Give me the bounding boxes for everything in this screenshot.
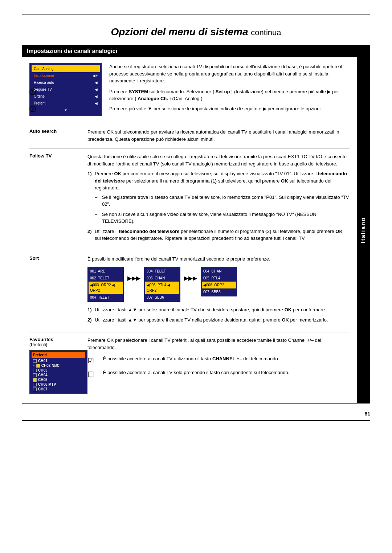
- auto-search-text: Premere OK sul telecomando per avviare l…: [87, 129, 339, 142]
- sort-col3-row3: ◀006 ORP2: [202, 282, 236, 288]
- sort-col2-row1: 004 TELET: [145, 268, 179, 275]
- sort-col2-row4: 007 SBB6: [145, 294, 179, 301]
- follow-tv-dash1: Se il registratore trova lo stesso canal…: [95, 194, 350, 208]
- sort-step2: 2) Utilizzare i tasti ▲▼ per spostare il…: [87, 316, 350, 324]
- sort-step1: 1) Utilizzare i tasti ▲▼ per selezionare…: [87, 306, 350, 314]
- menu-item-ricercaauto: Ricerca auto◀: [32, 79, 100, 86]
- fav-ch07-box: [33, 388, 37, 391]
- content-wrapper: Can. Analog Installazione◀+ Ricerca auto…: [22, 57, 370, 404]
- follow-tv-step2: 2) Utilizzare il telecomando del televis…: [87, 228, 350, 242]
- checkbox-checked-symbol: ☑: [87, 355, 96, 366]
- section-header: Impostazioni dei canali analogici: [22, 45, 370, 57]
- fav-ch01-label: CH01: [38, 359, 48, 363]
- sort-steps: 1) Utilizzare i tasti ▲▼ per selezionare…: [87, 306, 350, 323]
- intro-block: Can. Analog Installazione◀+ Ricerca auto…: [29, 63, 350, 119]
- menu-item-installazione: Installazione◀+: [32, 72, 100, 79]
- checkbox-unchecked-symbol: ☐: [87, 369, 96, 380]
- follow-tv-label: Follow TV: [29, 153, 87, 245]
- checkbox-row1: ☑ – È possibile accedere ai canali TV ut…: [87, 355, 350, 366]
- favourites-text: Premere OK per selezionare i canali TV p…: [87, 337, 350, 351]
- auto-search-row: Auto search Premere OK sul telecomando p…: [29, 124, 350, 143]
- sort-col1-row1: 001 ARD: [89, 268, 123, 275]
- sort-col3-row2: 005 RTL4: [202, 275, 236, 282]
- fav-ch01-box: [33, 359, 37, 363]
- fav-ch02-dot: ●: [33, 364, 35, 367]
- auto-search-label: Auto search: [29, 128, 87, 143]
- fav-ch04: CH04: [32, 373, 85, 377]
- page-title: Opzioni del menu di sistema continua: [22, 26, 370, 38]
- sort-label: Sort: [29, 255, 87, 327]
- favourites-label: Favourites (Preferiti) Preferiti CH01 ● …: [29, 337, 87, 394]
- favourites-row: Favourites (Preferiti) Preferiti CH01 ● …: [29, 332, 350, 394]
- side-tab: Italiano: [357, 57, 370, 403]
- sort-col2: 004 TELET 005 CHAN ◀006 PTL4 ◀ ORP2 007 …: [144, 267, 180, 302]
- step1-num: 1: [29, 89, 36, 95]
- fav-ch02-box: [36, 364, 40, 368]
- checkbox1-text: – È possibile accedere ai canali TV util…: [99, 355, 279, 362]
- top-rule: [22, 15, 370, 15]
- sort-desc: È possibile modificare l'ordine dei cana…: [87, 255, 350, 327]
- fav-ch06-label: CH06 MTV: [38, 382, 56, 386]
- follow-tv-step1-text: Premere OK per confermare il messaggio s…: [95, 171, 347, 191]
- fav-ch05: CH05: [32, 377, 85, 382]
- checkbox-rows: ☑ – È possibile accedere ai canali TV ut…: [87, 355, 350, 380]
- sort-visual: 001 ARD 002 TELET ◀003 ORP2 ◀ ORP2 004 T…: [87, 267, 350, 302]
- follow-tv-step1: 1) Premere OK per confermare il messaggi…: [87, 170, 350, 225]
- language-tab-text: Italiano: [360, 217, 367, 243]
- favourites-title: Favourites: [29, 337, 82, 342]
- sort-arrow2: ▶▶▶: [184, 267, 197, 283]
- page-number: 81: [22, 411, 370, 417]
- follow-tv-dashes: Se il registratore trova lo stesso canal…: [95, 194, 350, 225]
- fav-ch03-box: [33, 369, 37, 372]
- follow-tv-row: Follow TV Questa funzione è utilizzabile…: [29, 148, 350, 245]
- sort-col1-row2: 002 TELET: [89, 275, 123, 282]
- follow-tv-step2-text: Utilizzare il telecomando del televisore…: [95, 229, 343, 241]
- follow-tv-dash2: Se non si riceve alcun segnale video dal…: [95, 211, 350, 225]
- follow-tv-steps: 1) Premere OK per confermare il messaggi…: [87, 170, 350, 242]
- favourites-desc: Premere OK per selezionare i canali TV p…: [87, 337, 350, 394]
- sort-arrow1: ▶▶▶: [127, 267, 140, 283]
- title-text: Opzioni del menu di sistema: [111, 26, 248, 37]
- fav-ch03: CH03: [32, 368, 85, 373]
- title-suffix: continua: [251, 28, 281, 37]
- step2-num: 2: [29, 106, 36, 112]
- favourites-screen: Preferiti CH01 ● CH02 NBC CH03: [29, 350, 87, 394]
- follow-tv-text: Questa funzione è utilizzabile solo se s…: [87, 153, 350, 167]
- fav-ch02-label: CH02 NBC: [41, 364, 60, 368]
- fav-ch07-label: CH07: [38, 387, 48, 391]
- follow-tv-desc: Questa funzione è utilizzabile solo se s…: [87, 153, 350, 245]
- sort-text: È possibile modificare l'ordine dei cana…: [87, 255, 350, 263]
- fav-ch04-label: CH04: [38, 373, 48, 377]
- fav-ch01: CH01: [32, 359, 85, 363]
- sort-step1-text: Utilizzare i tasti ▲▼ per selezionare il…: [95, 307, 326, 312]
- fav-ch03-label: CH03: [38, 368, 48, 372]
- fav-ch05-label: CH05: [38, 378, 48, 382]
- sort-col2-row2: 005 CHAN: [145, 275, 179, 282]
- auto-search-desc: Premere OK sul telecomando per avviare l…: [87, 128, 350, 143]
- sort-col1: 001 ARD 002 TELET ◀003 ORP2 ◀ ORP2 004 T…: [87, 267, 124, 302]
- fav-ch06: CH06 MTV: [32, 382, 85, 387]
- favourites-sublabel: (Preferiti): [29, 342, 82, 347]
- bottom-rule: [22, 420, 370, 421]
- sort-col3: 004 CHAN 005 RTL4 ◀006 ORP2 007 SBB6: [201, 267, 237, 296]
- fav-ch02: ● CH02 NBC: [32, 363, 85, 368]
- sort-col3-row1: 004 CHAN: [202, 268, 236, 275]
- main-content: Can. Analog Installazione◀+ Ricerca auto…: [22, 57, 357, 403]
- checkbox-row2: ☐ – È possibile accedere ai canali TV so…: [87, 369, 350, 380]
- sort-step2-text: Utilizzare i tasti ▲▼ per spostare il ca…: [95, 317, 328, 323]
- fav-ch05-box: [33, 378, 37, 382]
- fav-header: Preferiti: [32, 352, 85, 358]
- section-header-text: Impostazioni dei canali analogici: [27, 48, 117, 54]
- step2-text: Premere più volte ▼ per selezionare le i…: [109, 106, 322, 111]
- fav-ch07: CH07: [32, 387, 85, 392]
- sort-col1-row3: ◀003 ORP2 ◀ ORP2: [89, 282, 123, 294]
- fav-ch06-box: [33, 383, 37, 386]
- sort-col1-row4: 004 TELET: [89, 294, 123, 301]
- sort-row: Sort È possibile modificare l'ordine dei…: [29, 251, 350, 327]
- page-num-value: 81: [364, 411, 370, 417]
- fav-ch04-box: [33, 373, 37, 377]
- checkbox2-text: – È possibile accedere ai canali TV solo…: [99, 369, 289, 376]
- sort-col3-row4: 007 SBB6: [202, 288, 236, 295]
- sort-col2-row3: ◀006 PTL4 ◀ ORP2: [145, 282, 179, 294]
- step1-text: Premere SYSTEM sul telecomando. Selezion…: [109, 89, 339, 102]
